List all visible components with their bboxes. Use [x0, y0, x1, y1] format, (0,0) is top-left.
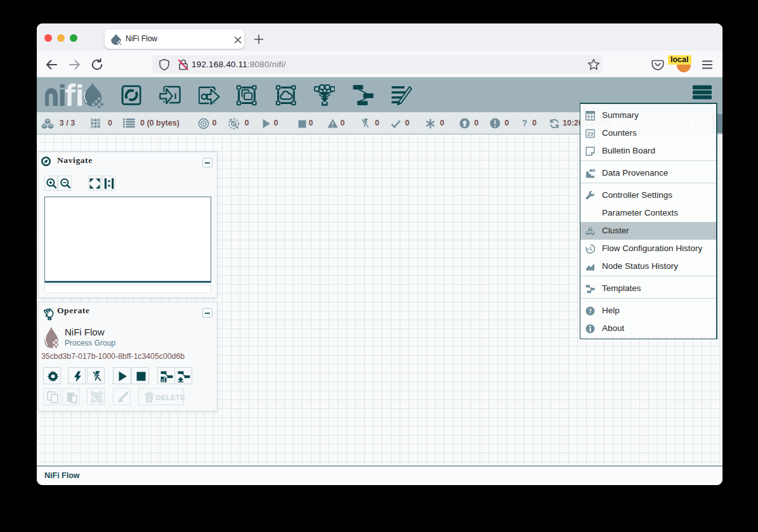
svg-text:?: ?	[589, 308, 592, 315]
svg-text:23: 23	[587, 130, 594, 136]
